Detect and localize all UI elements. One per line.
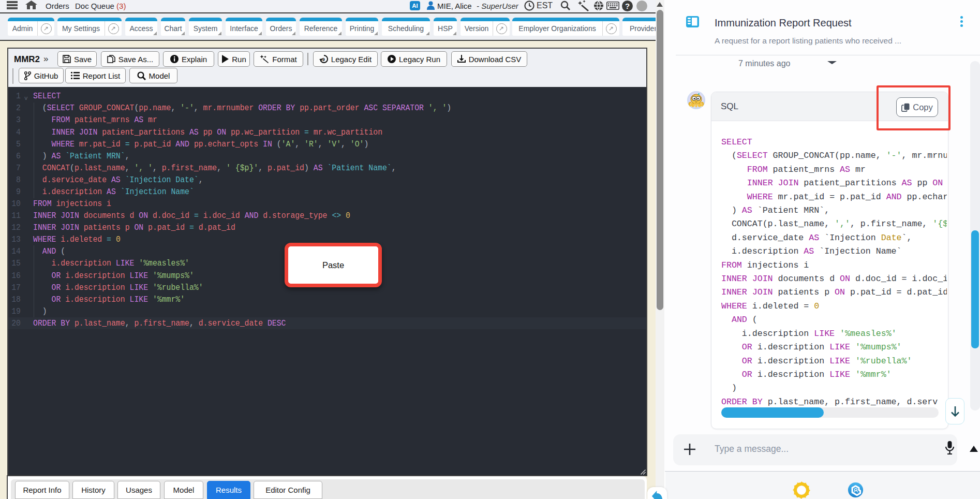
svg-text:9: 9 [322, 56, 324, 62]
